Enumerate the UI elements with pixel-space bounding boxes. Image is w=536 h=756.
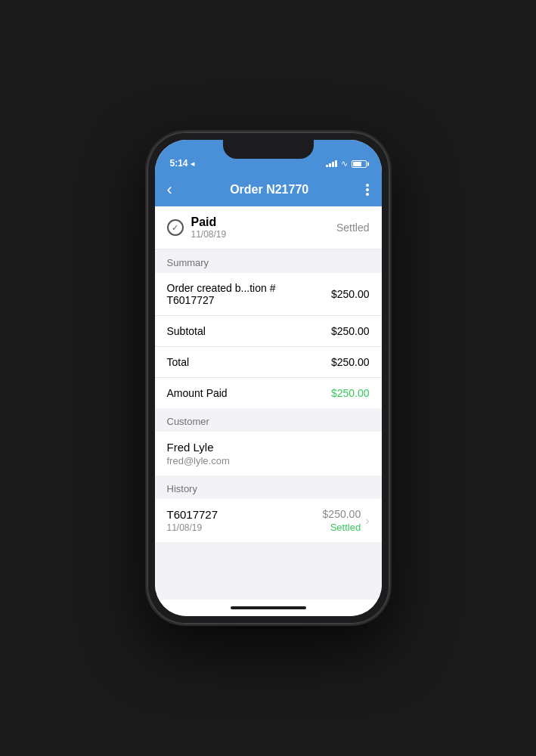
signal-bar-2 [329,163,331,167]
order-created-row: Order created b...tion # T6017727 $250.0… [155,273,382,316]
home-bar [231,606,306,609]
subtotal-row: Subtotal $250.00 [155,316,382,347]
amount-paid-value: $250.00 [331,387,370,399]
paid-label: Paid [191,215,227,229]
page-title: Order N21770 [230,183,308,197]
signal-bars [326,160,337,167]
location-icon: ◂ [191,160,194,168]
status-left: ✓ Paid 11/08/19 [167,215,227,240]
signal-bar-4 [335,160,337,167]
dot-2 [366,188,369,191]
history-status: Settled [323,522,361,533]
total-value: $250.00 [331,356,370,368]
time-label: 5:14 [170,158,188,169]
status-icons: ∿ [326,159,367,169]
phone-frame: 5:14 ◂ ∿ ‹ Order N21770 [147,132,389,624]
battery-fill [353,162,361,166]
signal-bar-3 [332,162,334,167]
total-label: Total [167,356,190,368]
history-row[interactable]: T6017727 11/08/19 $250.00 Settled › [155,499,382,542]
customer-row: Fred Lyle fred@lyle.com [155,432,382,476]
history-right: $250.00 Settled › [323,508,370,533]
dot-1 [366,184,369,187]
amount-paid-label: Amount Paid [167,387,228,399]
battery-icon [352,160,367,168]
history-date: 11/08/19 [167,522,218,533]
wifi-icon: ∿ [341,159,348,169]
summary-section-header: Summary [155,249,382,273]
home-indicator [155,600,382,616]
total-row: Total $250.00 [155,347,382,378]
content-area: ✓ Paid 11/08/19 Settled Summary Order cr… [155,206,382,600]
history-card: T6017727 11/08/19 $250.00 Settled › [155,499,382,542]
phone-screen: 5:14 ◂ ∿ ‹ Order N21770 [155,140,382,616]
check-circle-icon: ✓ [167,219,184,236]
subtotal-value: $250.00 [331,325,370,337]
status-text-group: Paid 11/08/19 [191,215,227,240]
history-amount-group: $250.00 Settled [323,508,361,533]
status-date: 11/08/19 [191,229,227,240]
customer-card: Fred Lyle fred@lyle.com [155,432,382,476]
more-button[interactable] [363,181,372,199]
customer-email: fred@lyle.com [167,455,230,466]
history-transaction-id: T6017727 [167,508,218,521]
dot-3 [366,193,369,196]
notch [223,140,314,159]
amount-paid-row: Amount Paid $250.00 [155,378,382,408]
history-amount: $250.00 [323,508,361,520]
history-left: T6017727 11/08/19 [167,508,218,533]
nav-bar: ‹ Order N21770 [155,173,382,206]
history-section-header: History [155,476,382,499]
signal-bar-1 [326,165,328,167]
customer-section-header: Customer [155,408,382,432]
summary-card: Order created b...tion # T6017727 $250.0… [155,273,382,408]
chevron-right-icon: › [365,514,369,528]
settled-badge: Settled [336,222,370,234]
payment-status-row: ✓ Paid 11/08/19 Settled [155,206,382,249]
subtotal-label: Subtotal [167,325,206,337]
status-time: 5:14 ◂ [170,158,194,169]
order-created-text: Order created b...tion # T6017727 [167,282,325,306]
checkmark-icon: ✓ [172,223,178,233]
order-created-amount: $250.00 [331,288,370,300]
customer-name: Fred Lyle [167,441,214,454]
back-button[interactable]: ‹ [164,178,175,201]
